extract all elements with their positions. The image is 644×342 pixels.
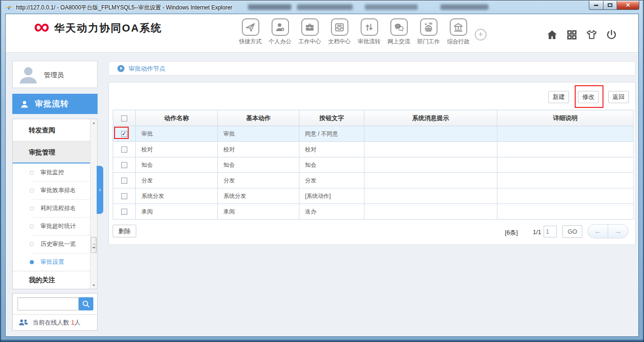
sidebar-submenu: 审批监控 审批效率排名 耗时流程排名 审批超时统计 bbox=[13, 163, 97, 271]
brand-logo: ∞ 华天动力协同OA系统 bbox=[34, 21, 162, 36]
prev-page-button[interactable]: ← bbox=[588, 225, 608, 238]
column-header: 基本动作 bbox=[218, 110, 299, 126]
updown-arrows-icon bbox=[361, 18, 378, 36]
sidebar-item-history-approval-list[interactable]: 历史审批一览 bbox=[13, 235, 97, 253]
bullet-icon bbox=[30, 224, 34, 228]
user-avatar-icon bbox=[17, 64, 39, 86]
sidebar-group-approval-management[interactable]: 审批管理 bbox=[13, 141, 97, 163]
home-button[interactable] bbox=[546, 29, 558, 41]
nav-item-general-admin[interactable]: 综合行政 bbox=[446, 18, 471, 46]
page-indicator: 1/1 bbox=[533, 228, 541, 236]
go-button[interactable]: GO bbox=[562, 225, 582, 238]
page-title-bar: 审批动作节点 bbox=[108, 61, 636, 75]
sidebar-group-forward-review[interactable]: 转发查阅 bbox=[13, 119, 97, 141]
add-module-button[interactable]: + bbox=[475, 29, 487, 41]
people-icon bbox=[18, 318, 29, 326]
table-row[interactable]: 审批 审批 同意 / 不同意 bbox=[113, 126, 634, 142]
module-title: 审批流转 bbox=[35, 98, 69, 109]
background-window-blur bbox=[297, 4, 353, 10]
table-row[interactable]: 知会 知会 知会 bbox=[113, 157, 634, 173]
new-button[interactable]: 新建 bbox=[548, 91, 569, 103]
table-row[interactable]: 承阅 承阅 送办 bbox=[113, 204, 634, 220]
scroll-down-button[interactable]: ▼ bbox=[91, 282, 97, 288]
next-page-button[interactable]: → bbox=[608, 225, 628, 238]
sidebar-item-approval-efficiency-rank[interactable]: 审批效率排名 bbox=[13, 181, 97, 199]
table-header-row: 动作名称 基本动作 按钮文字 系统消息提示 详细说明 bbox=[113, 110, 634, 126]
column-header: 系统消息提示 bbox=[364, 110, 497, 126]
briefcase-icon bbox=[301, 18, 319, 36]
bank-icon bbox=[450, 18, 467, 36]
theme-button[interactable] bbox=[586, 29, 598, 41]
minimize-button[interactable] bbox=[589, 1, 603, 10]
bullet-icon bbox=[30, 206, 34, 211]
bullet-icon bbox=[30, 171, 34, 175]
sidebar-item-approval-monitor[interactable]: 审批监控 bbox=[13, 163, 97, 181]
infinity-logo-icon: ∞ bbox=[34, 17, 50, 36]
sidebar-scrollbar[interactable]: ▲ ▼ bbox=[90, 119, 97, 289]
header-quick-icons bbox=[546, 29, 618, 41]
nav-item-personal-office[interactable]: 个人办公 bbox=[267, 18, 293, 46]
sidebar-search-panel: 当前在线人数 1人 bbox=[12, 293, 98, 331]
user-name: 管理员 bbox=[44, 71, 64, 80]
home-icon bbox=[546, 29, 558, 41]
nav-item-work-center[interactable]: 工作中心 bbox=[297, 18, 322, 46]
logout-button[interactable] bbox=[605, 29, 618, 41]
sidebar-item-approval-settings[interactable]: 审批设置 bbox=[13, 253, 97, 271]
delete-button[interactable]: 删除 bbox=[113, 225, 136, 237]
bullet-icon bbox=[30, 242, 34, 246]
nav-item-department-work[interactable]: 部门工作 bbox=[416, 18, 441, 46]
row-checkbox[interactable] bbox=[121, 131, 127, 137]
total-count: [6条] bbox=[505, 228, 518, 237]
page-input[interactable] bbox=[544, 226, 557, 237]
power-icon bbox=[605, 29, 618, 41]
column-header: 按钮文字 bbox=[299, 110, 364, 126]
person-add-icon bbox=[272, 18, 289, 36]
table-row[interactable]: 校对 校对 校对 bbox=[113, 142, 634, 157]
online-users-label: 当前在线人数 1人 bbox=[33, 318, 81, 327]
sidebar-item-time-consuming-process-rank[interactable]: 耗时流程排名 bbox=[13, 199, 97, 217]
table-row[interactable]: 分发 分发 分发 bbox=[113, 173, 634, 188]
back-button[interactable]: 返回 bbox=[608, 91, 629, 103]
department-icon bbox=[420, 18, 438, 36]
app-body: 管理员 审批流转 转发查阅 审批管理 审批监控 审批效率排名 bbox=[6, 53, 638, 336]
background-window-blur bbox=[440, 4, 488, 10]
nav-item-online-communication[interactable]: 网上交流 bbox=[386, 18, 412, 46]
paper-plane-icon bbox=[242, 18, 259, 36]
close-button[interactable]: ✕ bbox=[617, 1, 639, 10]
module-header-approval-flow[interactable]: 审批流转 bbox=[12, 94, 98, 114]
window-titlebar: e http://127.0.0.1/ - OA8000平台版_FPLMYSQL… bbox=[1, 1, 643, 14]
row-checkbox[interactable] bbox=[121, 209, 127, 215]
search-input[interactable] bbox=[17, 297, 79, 310]
row-checkbox[interactable] bbox=[121, 147, 127, 153]
column-header: 详细说明 bbox=[497, 110, 634, 126]
grid-icon bbox=[566, 29, 578, 41]
row-checkbox[interactable] bbox=[121, 193, 127, 199]
table-row[interactable]: 系统分发 系统分发 [系统动作] bbox=[113, 188, 634, 204]
document-tray-icon bbox=[331, 18, 348, 36]
scrollbar-thumb[interactable] bbox=[91, 237, 97, 253]
row-checkbox[interactable] bbox=[121, 178, 127, 184]
nav-item-shortcuts[interactable]: 快捷方式 bbox=[238, 18, 263, 46]
modify-button[interactable]: 修改 bbox=[578, 91, 599, 103]
maximize-button[interactable] bbox=[603, 1, 617, 10]
select-all-checkbox[interactable] bbox=[121, 115, 127, 122]
apps-grid-button[interactable] bbox=[566, 29, 578, 41]
scroll-up-button[interactable]: ▲ bbox=[91, 120, 97, 126]
person-icon bbox=[20, 99, 29, 109]
next-arrow-icon: → bbox=[614, 227, 622, 236]
sidebar-group-my-follow[interactable]: 我的关注 bbox=[13, 271, 97, 288]
search-button[interactable] bbox=[79, 297, 93, 310]
brand-title: 华天动力协同OA系统 bbox=[54, 21, 162, 35]
nav-item-document-center[interactable]: 文档中心 bbox=[327, 18, 352, 46]
page-title: 审批动作节点 bbox=[129, 62, 165, 76]
row-checkbox[interactable] bbox=[121, 162, 127, 168]
pagination-arrows: ← → bbox=[587, 224, 628, 238]
background-window-blur bbox=[365, 4, 418, 10]
app-viewport: ∞ 华天动力协同OA系统 快捷方式 个人办公 bbox=[5, 14, 639, 337]
nav-item-approval-flow[interactable]: 审批流转 bbox=[356, 18, 382, 46]
ie-browser-icon: e bbox=[5, 3, 13, 11]
sidebar-collapse-tab[interactable]: ‹ bbox=[97, 166, 103, 214]
sidebar-item-approval-timeout-stats[interactable]: 审批超时统计 bbox=[13, 217, 97, 235]
actions-table: 动作名称 基本动作 按钮文字 系统消息提示 详细说明 审批 审批 同意 / 不 bbox=[113, 110, 634, 220]
maximize-icon bbox=[608, 3, 612, 7]
